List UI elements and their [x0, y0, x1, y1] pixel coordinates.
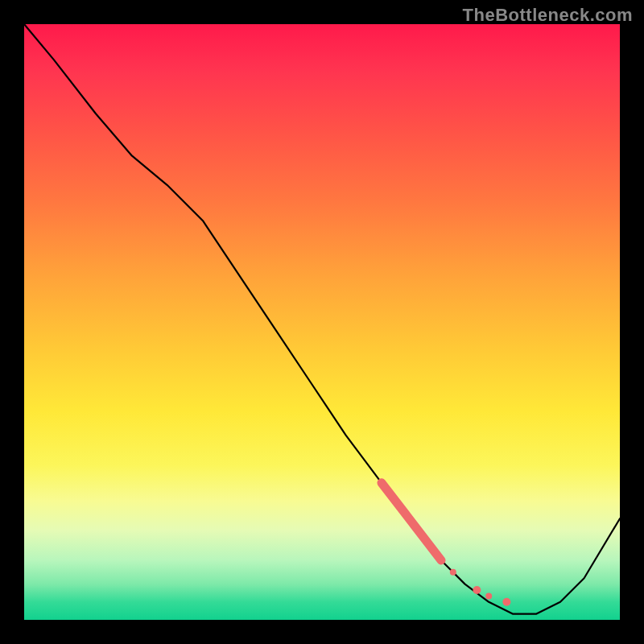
chart-container: TheBottleneck.com [0, 0, 644, 644]
watermark-text: TheBottleneck.com [463, 5, 633, 26]
highlight-segment [382, 483, 441, 560]
highlight-dot [502, 598, 510, 606]
highlight-dots [450, 569, 511, 606]
highlight-dot [485, 592, 492, 599]
plot-area [24, 24, 620, 620]
highlight-dot [450, 569, 456, 576]
highlight-dot [473, 586, 481, 594]
curve-svg [24, 24, 620, 620]
bottleneck-curve [24, 24, 620, 614]
